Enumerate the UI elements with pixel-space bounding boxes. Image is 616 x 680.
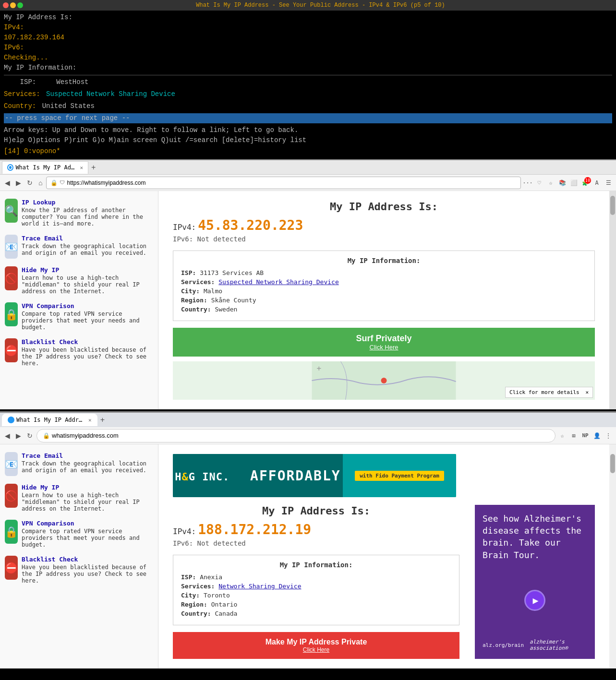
chrome-refresh-button[interactable]: ↻ xyxy=(25,431,35,441)
firefox-site-content: 🔍 IP Lookup Know the IP address of anoth… xyxy=(0,191,616,409)
vpn-link[interactable]: VPN Comparison xyxy=(22,302,153,310)
site1-main-title: My IP Address Is: xyxy=(173,201,595,213)
term-services-row: Services: Suspected Network Sharing Devi… xyxy=(4,89,612,99)
firefox-tab-active[interactable]: What Is My IP Addres ✕ xyxy=(2,161,88,174)
site2-region-value: Ontario xyxy=(211,601,238,608)
make-private-btn-sub: Click Here xyxy=(182,646,450,653)
chrome-vpn-text: VPN Comparison Compare top rated VPN ser… xyxy=(22,520,153,548)
chrome-site-sidebar: 📧 Trace Email Track down the geographica… xyxy=(0,444,158,668)
chrome-lock-icon: 🔒 xyxy=(43,432,50,439)
site2-ipv6-value: Not detected xyxy=(197,539,246,547)
chrome-hide-link[interactable]: Hide My IP xyxy=(22,484,153,491)
trace-email-link[interactable]: Trace Email xyxy=(22,235,153,242)
site1-services-link[interactable]: Suspected Network Sharing Device xyxy=(218,278,338,286)
vpn-text: VPN Comparison Compare top rated VPN ser… xyxy=(22,302,153,331)
firefox-sidebar-icon[interactable]: 📚 xyxy=(557,178,567,188)
close-btn[interactable] xyxy=(3,2,9,8)
site2-region-row: Region: Ontario xyxy=(181,601,451,608)
chrome-vpn-link[interactable]: VPN Comparison xyxy=(22,520,153,527)
trace-email-icon: 📧 xyxy=(5,235,18,259)
chrome-ip-content: My IP Address Is: IPv4: 188.172.212.19 I… xyxy=(173,505,459,659)
map-tooltip-btn[interactable]: Click for more details ✕ xyxy=(505,387,593,398)
chrome-blacklist-text: Blacklist Check Have you been blackliste… xyxy=(22,556,153,584)
chrome-tab-active[interactable]: What Is My IP Address ✕ xyxy=(2,414,97,426)
chrome-back-button[interactable]: ◀ xyxy=(3,431,12,441)
blacklist-text: Blacklist Check Have you been blackliste… xyxy=(22,338,153,367)
chrome-sidebar-item-hide[interactable]: 🚫 Hide My IP Learn how to use a high-tec… xyxy=(0,480,158,516)
sidebar-item-vpn[interactable]: 🔒 VPN Comparison Compare top rated VPN s… xyxy=(0,298,158,334)
alz-footer: alz.org/brain alzheimer's association® xyxy=(483,639,587,651)
chrome-new-tab-button[interactable]: + xyxy=(97,416,108,424)
firefox-back-button[interactable]: ◀ xyxy=(3,178,12,188)
firefox-new-tab-button[interactable]: + xyxy=(88,163,98,172)
chrome-address-bar[interactable]: 🔒 xyxy=(36,429,556,442)
firefox-tab-label: What Is My IP Addres xyxy=(15,164,78,171)
chrome-account-icon[interactable]: 👤 xyxy=(592,431,602,441)
ip-lookup-icon: 🔍 xyxy=(5,199,18,223)
firefox-url-input[interactable] xyxy=(67,179,517,186)
hide-ip-link[interactable]: Hide My IP xyxy=(22,266,153,274)
chrome-scrollbar-thumb[interactable] xyxy=(610,454,615,473)
alz-play-icon: ▶ xyxy=(532,595,538,606)
chrome-vpn-icon: 🔒 xyxy=(5,520,18,544)
firefox-extensions-icon[interactable]: 🧩 10 xyxy=(580,178,590,188)
ip-lookup-link[interactable]: IP Lookup xyxy=(22,199,153,206)
chrome-sidebar-item-trace[interactable]: 📧 Trace Email Track down the geographica… xyxy=(0,448,158,480)
surf-btn-text: Surf Privately xyxy=(356,334,411,343)
map-close-icon[interactable]: ✕ xyxy=(585,389,589,395)
chrome-sidebar-item-vpn[interactable]: 🔒 VPN Comparison Compare top rated VPN s… xyxy=(0,516,158,552)
site1-info-title: My IP Information: xyxy=(181,257,587,264)
firefox-home-button[interactable]: ⌂ xyxy=(36,178,44,188)
chrome-main-content-area: My IP Address Is: IPv4: 188.172.212.19 I… xyxy=(173,505,595,659)
firefox-menu-button[interactable]: ☰ xyxy=(604,178,613,188)
chrome-tab-close[interactable]: ✕ xyxy=(88,417,92,423)
alz-text: See how Alzheimer's disease affects the … xyxy=(483,513,587,561)
firefox-address-bar[interactable]: 🔒 🛡 xyxy=(46,177,521,189)
make-ip-private-button[interactable]: Make My IP Address Private Click Here xyxy=(173,632,459,659)
sidebar-item-ip-lookup[interactable]: 🔍 IP Lookup Know the IP address of anoth… xyxy=(0,195,158,231)
firefox-reader-icon[interactable]: A xyxy=(592,178,602,188)
chrome-trace-link[interactable]: Trace Email xyxy=(22,452,153,459)
surf-btn-sub: Click Here xyxy=(182,344,585,351)
firefox-scrollbar-thumb[interactable] xyxy=(610,196,615,215)
firefox-tab-manager-icon[interactable]: ⬜ xyxy=(569,178,579,188)
sidebar-item-trace-email[interactable]: 📧 Trace Email Track down the geographica… xyxy=(0,231,158,262)
firefox-refresh-button[interactable]: ↻ xyxy=(25,178,35,188)
alz-play-button[interactable]: ▶ xyxy=(524,590,545,611)
firefox-scrollbar[interactable] xyxy=(609,191,616,409)
sidebar-item-blacklist[interactable]: ⛔ Blacklist Check Have you been blacklis… xyxy=(0,334,158,370)
site1-map[interactable]: + Click for more details ✕ xyxy=(173,361,595,400)
chrome-url-input[interactable] xyxy=(52,432,549,439)
chrome-bookmark-icon[interactable]: ☆ xyxy=(557,431,567,441)
firefox-star-icon[interactable]: ☆ xyxy=(546,178,556,188)
site1-ipv4-value: 45.83.220.223 xyxy=(198,217,303,233)
site1-city-row: City: Malmo xyxy=(181,287,587,295)
site2-isp-row: ISP: Anexia xyxy=(181,573,451,581)
chrome-np-icon[interactable]: NP xyxy=(580,431,590,441)
firefox-forward-button[interactable]: ▶ xyxy=(14,178,23,188)
chrome-tabs-icon[interactable]: ⊞ xyxy=(569,431,579,441)
maximize-btn[interactable] xyxy=(17,2,23,8)
chrome-hide-text: Hide My IP Learn how to use a high-tech … xyxy=(22,484,153,512)
chrome-blacklist-link[interactable]: Blacklist Check xyxy=(22,556,153,563)
chrome-sidebar-item-blacklist[interactable]: ⛔ Blacklist Check Have you been blacklis… xyxy=(0,552,158,588)
chrome-hide-desc: Learn how to use a high-tech "middleman"… xyxy=(22,492,140,512)
site2-ipv4-value: 188.172.212.19 xyxy=(198,522,311,537)
term-country-value: United States xyxy=(42,102,95,110)
surf-privately-button[interactable]: Surf Privately Click Here xyxy=(173,328,595,357)
chrome-forward-button[interactable]: ▶ xyxy=(14,431,23,441)
firefox-bookmark-icon[interactable]: ♡ xyxy=(534,178,544,188)
alz-url: alz.org/brain xyxy=(483,642,524,648)
chrome-scrollbar[interactable] xyxy=(609,444,616,668)
firefox-tab-close[interactable]: ✕ xyxy=(80,165,83,171)
term-country-row: Country: United States xyxy=(4,101,612,111)
sidebar-item-hide-ip[interactable]: 🚫 Hide My IP Learn how to use a high-tec… xyxy=(0,262,158,298)
firefox-overflow-button[interactable]: ··· xyxy=(523,178,532,188)
site2-city-value: Toronto xyxy=(204,592,230,599)
term-ipv4-address: 107.182.239.164 xyxy=(4,33,612,43)
terminal-press-space[interactable]: -- press space for next page -- xyxy=(4,113,612,123)
blacklist-link[interactable]: Blacklist Check xyxy=(22,338,153,346)
site2-services-link[interactable]: Network Sharing Device xyxy=(218,583,301,590)
minimize-btn[interactable] xyxy=(10,2,16,8)
chrome-menu-button[interactable]: ⋮ xyxy=(604,431,613,441)
